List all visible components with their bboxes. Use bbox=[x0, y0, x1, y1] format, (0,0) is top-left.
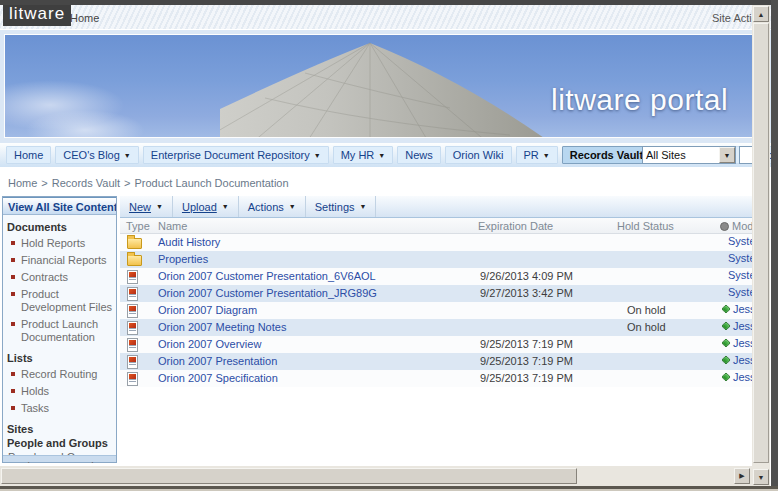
sidebar-item-product-development-files[interactable]: Product Development Files bbox=[3, 286, 116, 316]
expiration-cell: 9/25/2013 7:19 PM bbox=[480, 355, 573, 367]
column-header-name[interactable]: Name bbox=[158, 220, 187, 232]
item-link[interactable]: Orion 2007 Overview bbox=[158, 338, 261, 350]
table-row: Orion 2007 Presentation 9/25/2013 7:19 P… bbox=[120, 353, 752, 370]
nav-tab-ceos-blog[interactable]: CEO's Blog▼ bbox=[55, 146, 138, 164]
sidebar-item-tasks[interactable]: Tasks bbox=[3, 400, 116, 417]
litware-logo[interactable]: litware bbox=[3, 2, 71, 26]
breadcrumb: Home>Records Vault>Product Launch Docume… bbox=[8, 177, 289, 189]
column-header-modified-label: Modified bbox=[732, 220, 752, 232]
type-cell bbox=[127, 304, 138, 320]
modified-by-link[interactable]: System bbox=[728, 269, 752, 281]
vertical-scrollbar[interactable]: ▲ ▼ bbox=[752, 5, 770, 486]
item-link[interactable]: Audit History bbox=[158, 236, 220, 248]
column-header-type[interactable]: Type bbox=[126, 220, 150, 232]
combo-dropdown-icon[interactable]: ▼ bbox=[719, 147, 735, 163]
home-link[interactable]: Home bbox=[70, 12, 99, 24]
item-link[interactable]: Orion 2007 Meeting Notes bbox=[158, 321, 286, 333]
top-navigation: Home CEO's Blog▼ Enterprise Document Rep… bbox=[0, 143, 771, 167]
site-actions-menu[interactable]: Site Actions bbox=[712, 12, 752, 24]
new-menu-button[interactable]: New▼ bbox=[120, 196, 173, 217]
modified-by-link[interactable]: System bbox=[728, 235, 752, 247]
sidebar-item-holds[interactable]: Holds bbox=[3, 383, 116, 400]
scroll-up-icon[interactable]: ▲ bbox=[753, 6, 769, 22]
actions-menu-button[interactable]: Actions▼ bbox=[239, 196, 306, 217]
presence-icon bbox=[720, 222, 729, 231]
masthead: litware Home Site Actions bbox=[0, 5, 771, 30]
breadcrumb-separator: > bbox=[120, 177, 134, 189]
modified-by-link[interactable]: Jesse M bbox=[733, 354, 752, 366]
sidebar-item-hold-reports[interactable]: Hold Reports bbox=[3, 235, 116, 252]
type-cell bbox=[127, 253, 142, 268]
item-link[interactable]: Properties bbox=[158, 253, 208, 265]
settings-menu-button[interactable]: Settings▼ bbox=[306, 196, 377, 217]
nav-tab-label: Home bbox=[14, 149, 43, 161]
nav-tab-news[interactable]: News bbox=[397, 146, 441, 164]
scroll-right-icon[interactable]: ▶ bbox=[734, 468, 750, 484]
sidebar-item-record-routing[interactable]: Record Routing bbox=[3, 366, 116, 383]
hold-status-cell: On hold bbox=[627, 321, 666, 333]
presence-online-icon bbox=[722, 304, 731, 314]
nav-tab-home[interactable]: Home bbox=[6, 146, 51, 164]
nav-tab-label: PR bbox=[524, 149, 539, 161]
upload-menu-button[interactable]: Upload▼ bbox=[173, 196, 239, 217]
horizontal-scrollbar-thumb[interactable] bbox=[1, 468, 577, 484]
table-header-row: Type Name Expiration Date Hold Status Mo… bbox=[120, 218, 752, 234]
item-link[interactable]: Orion 2007 Customer Presentation_6V6AOL bbox=[158, 270, 376, 282]
sidebar-item-financial-reports[interactable]: Financial Reports bbox=[3, 252, 116, 269]
modified-by-link[interactable]: System bbox=[728, 252, 752, 264]
new-menu-label: New bbox=[129, 201, 151, 213]
column-header-hold-status[interactable]: Hold Status bbox=[617, 220, 674, 232]
sidebar-item-product-launch-documentation[interactable]: Product Launch Documentation bbox=[3, 316, 116, 346]
nav-tab-enterprise-document-repository[interactable]: Enterprise Document Repository▼ bbox=[143, 146, 329, 164]
sidebar-heading-lists: Lists bbox=[7, 352, 112, 364]
expiration-cell: 9/27/2013 3:42 PM bbox=[480, 287, 573, 299]
breadcrumb-records-vault[interactable]: Records Vault bbox=[52, 177, 120, 189]
nav-tab-label: Enterprise Document Repository bbox=[151, 149, 310, 161]
item-link[interactable]: Orion 2007 Diagram bbox=[158, 304, 257, 316]
modified-by-link[interactable]: System bbox=[728, 286, 752, 298]
breadcrumb-separator: > bbox=[37, 177, 51, 189]
chevron-down-icon: ▼ bbox=[378, 152, 385, 159]
nav-tab-orion-wiki[interactable]: Orion Wiki bbox=[445, 146, 512, 164]
modified-by-link[interactable]: Jesse M bbox=[733, 320, 752, 332]
item-link[interactable]: Orion 2007 Specification bbox=[158, 372, 278, 384]
column-header-expiration-date[interactable]: Expiration Date bbox=[478, 220, 553, 232]
document-icon bbox=[127, 321, 138, 335]
document-icon bbox=[127, 355, 138, 369]
modified-by-link[interactable]: Jesse M bbox=[733, 337, 752, 349]
vertical-scrollbar-thumb[interactable] bbox=[753, 23, 769, 463]
search-scope-value: All Sites bbox=[643, 149, 719, 161]
item-link[interactable]: Orion 2007 Customer Presentation_JRG89G bbox=[158, 287, 377, 299]
nav-tab-label: Records Vault bbox=[570, 149, 643, 161]
nav-tab-pr[interactable]: PR▼ bbox=[516, 146, 558, 164]
modified-by-link[interactable]: Jesse M bbox=[733, 371, 752, 383]
cloud-decoration bbox=[25, 110, 145, 138]
document-icon bbox=[127, 304, 138, 318]
sidebar-item-contracts[interactable]: Contracts bbox=[3, 269, 116, 286]
table-row: Orion 2007 Meeting Notes On hold Jesse M bbox=[120, 319, 752, 336]
sidebar-footer bbox=[3, 455, 116, 462]
banner-image: litware portal bbox=[4, 34, 767, 138]
horizontal-scrollbar[interactable]: ▶ bbox=[0, 466, 752, 486]
nav-tab-my-hr[interactable]: My HR▼ bbox=[333, 146, 394, 164]
type-cell bbox=[127, 287, 138, 303]
column-header-modified[interactable]: Modified bbox=[720, 220, 752, 232]
document-icon bbox=[127, 372, 138, 386]
view-all-site-content-link[interactable]: View All Site Content bbox=[3, 197, 116, 215]
type-cell bbox=[127, 236, 142, 251]
window-top-border bbox=[0, 0, 778, 5]
nav-tab-label: News bbox=[405, 149, 433, 161]
chevron-down-icon: ▼ bbox=[314, 152, 321, 159]
scroll-down-icon[interactable]: ▼ bbox=[753, 469, 769, 485]
actions-menu-label: Actions bbox=[248, 201, 284, 213]
settings-menu-label: Settings bbox=[315, 201, 355, 213]
modified-by-cell: System bbox=[722, 286, 752, 298]
table-row: Properties System bbox=[120, 251, 752, 268]
modified-by-link[interactable]: Jesse M bbox=[733, 303, 752, 315]
modified-by-cell: Jesse M bbox=[722, 320, 752, 332]
search-scope-select[interactable]: All Sites ▼ bbox=[642, 146, 736, 164]
breadcrumb-current[interactable]: Product Launch Documentation bbox=[135, 177, 289, 189]
type-cell bbox=[127, 270, 138, 286]
breadcrumb-home[interactable]: Home bbox=[8, 177, 37, 189]
item-link[interactable]: Orion 2007 Presentation bbox=[158, 355, 277, 367]
